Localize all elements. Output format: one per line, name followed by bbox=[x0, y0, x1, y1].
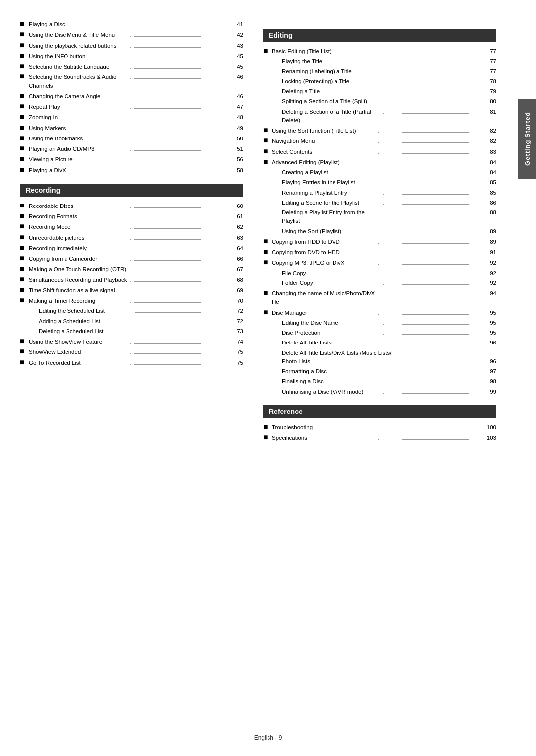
toc-page-number: 82 bbox=[484, 137, 496, 145]
toc-page-number: 72 bbox=[231, 317, 243, 326]
bullet-icon: ■ bbox=[20, 155, 27, 163]
toc-entry-text: Finalising a Disc bbox=[282, 377, 381, 386]
toc-dots bbox=[130, 98, 229, 98]
toc-entry-text: Editing the Disc Name bbox=[282, 319, 381, 327]
list-item: Editing the Scheduled List72 bbox=[20, 307, 243, 315]
toc-entry-text: Recording Formats bbox=[29, 212, 128, 221]
toc-page-number: 72 bbox=[231, 307, 243, 315]
toc-dots bbox=[378, 164, 482, 164]
toc-dots bbox=[383, 174, 482, 174]
toc-dots bbox=[130, 119, 229, 119]
bullet-icon: ■ bbox=[20, 358, 27, 366]
toc-dots bbox=[383, 324, 482, 325]
list-item: ■Unrecordable pictures63 bbox=[20, 233, 243, 242]
right-column: Editing ■Basic Editing (Title List)77Pla… bbox=[258, 20, 496, 726]
toc-page-number: 85 bbox=[484, 189, 496, 197]
toc-page-number: 88 bbox=[484, 208, 496, 217]
toc-dots bbox=[383, 233, 482, 233]
toc-page-number: 68 bbox=[231, 276, 243, 284]
bullet-icon: ■ bbox=[20, 337, 27, 345]
toc-dots bbox=[130, 26, 229, 26]
toc-entry-text: Disc Manager bbox=[272, 309, 376, 317]
toc-entry-text: Time Shift function as a live signal bbox=[29, 286, 128, 295]
bullet-icon: ■ bbox=[20, 244, 27, 252]
list-item: ■Using the Bookmarks50 bbox=[20, 134, 243, 143]
toc-dots bbox=[130, 228, 229, 229]
toc-dots bbox=[130, 68, 229, 69]
editing-list: ■Basic Editing (Title List)77Playing the… bbox=[263, 47, 496, 396]
page-footer: English - 9 bbox=[0, 734, 536, 741]
list-item: ■Making a Timer Recording70 bbox=[20, 296, 243, 305]
reference-list: ■Troubleshooting100■Specifications103 bbox=[263, 423, 496, 443]
toc-entry-text: Disc Protection bbox=[282, 329, 381, 337]
toc-page-number: 100 bbox=[484, 423, 496, 432]
list-item: ■Copying MP3, JPEG or DivX92 bbox=[263, 258, 496, 267]
toc-entry-text: Deleting a Scheduled List bbox=[39, 327, 133, 336]
toc-dots bbox=[130, 36, 229, 37]
toc-dots bbox=[135, 312, 229, 313]
list-item: Delete All Title Lists96 bbox=[263, 339, 496, 347]
toc-page-number: 47 bbox=[231, 103, 243, 111]
toc-dots bbox=[378, 439, 482, 440]
list-item: ■Disc Manager95 bbox=[263, 308, 496, 317]
toc-entry-text: Unrecordable pictures bbox=[29, 234, 128, 242]
toc-entry-text: ShowView Extended bbox=[29, 348, 128, 356]
toc-page-number: 66 bbox=[231, 255, 243, 263]
list-item: Playing Entries in the Playlist85 bbox=[263, 178, 496, 187]
toc-entry-text: Viewing a Picture bbox=[29, 155, 128, 164]
toc-entry-text: Using Markers bbox=[29, 124, 128, 133]
list-item: ■Using the Disc Menu & Title Menu42 bbox=[20, 30, 243, 39]
toc-page-number: 50 bbox=[231, 135, 243, 143]
toc-page-number: 98 bbox=[484, 377, 496, 386]
toc-entry-text: Locking (Protecting) a Title bbox=[282, 77, 381, 86]
toc-page-number: 85 bbox=[484, 178, 496, 187]
toc-page-number: 89 bbox=[484, 238, 496, 246]
toc-entry-text: Select Contents bbox=[272, 148, 376, 156]
bullet-icon: ■ bbox=[20, 92, 27, 100]
recording-section-header: Recording bbox=[20, 184, 243, 197]
editing-section-header: Editing bbox=[263, 29, 496, 42]
toc-dots bbox=[130, 47, 229, 48]
toc-page-number: 80 bbox=[484, 97, 496, 106]
toc-page-number: 45 bbox=[231, 63, 243, 71]
toc-entry-text: Navigation Menu bbox=[272, 137, 376, 145]
list-item: Delete All Title Lists/DivX Lists /Music… bbox=[263, 349, 496, 366]
toc-dots bbox=[130, 250, 229, 250]
toc-dots bbox=[383, 334, 482, 335]
toc-entry-text: Using the ShowView Feature bbox=[29, 338, 128, 346]
list-item: Adding a Scheduled List72 bbox=[20, 317, 243, 326]
toc-page-number: 96 bbox=[484, 357, 496, 366]
toc-page-number: 79 bbox=[484, 87, 496, 96]
bullet-icon: ■ bbox=[20, 144, 27, 152]
list-item: Unfinalising a Disc (V/VR mode)99 bbox=[263, 388, 496, 396]
toc-page-number: 75 bbox=[231, 348, 243, 356]
list-item: Finalising a Disc98 bbox=[263, 377, 496, 386]
toc-entry-text: Deleting a Title bbox=[282, 87, 381, 96]
toc-page-number: 63 bbox=[231, 234, 243, 242]
bullet-icon: ■ bbox=[20, 222, 27, 230]
toc-dots bbox=[135, 323, 229, 323]
toc-entry-text: Selecting the Soundtracks & Audio Channe… bbox=[29, 73, 128, 90]
toc-entry-text: Deleting a Section of a Title (Partial D… bbox=[282, 108, 381, 125]
bullet-icon: ■ bbox=[20, 233, 27, 241]
list-item: ■Repeat Play47 bbox=[20, 102, 243, 111]
bullet-icon: ■ bbox=[263, 248, 270, 256]
toc-entry-text: Folder Copy bbox=[282, 279, 381, 287]
bullet-icon: ■ bbox=[263, 147, 270, 155]
toc-entry-text: Editing a Scene for the Playlist bbox=[282, 199, 381, 207]
toc-page-number: 81 bbox=[484, 108, 496, 116]
toc-entry-text: Simultaneous Recording and Playback bbox=[29, 276, 128, 284]
toc-dots bbox=[383, 344, 482, 344]
toc-dots bbox=[383, 275, 482, 275]
list-item: ■Using the playback related buttons43 bbox=[20, 41, 243, 50]
list-item: ■Selecting the Soundtracks & Audio Chann… bbox=[20, 72, 243, 90]
toc-page-number: 62 bbox=[231, 223, 243, 231]
bullet-icon: ■ bbox=[20, 265, 27, 273]
toc-page-number: 92 bbox=[484, 269, 496, 277]
list-item: ■Navigation Menu82 bbox=[263, 137, 496, 145]
list-item: ■Troubleshooting100 bbox=[263, 423, 496, 432]
toc-page-number: 97 bbox=[484, 367, 496, 376]
toc-entry-text: Splitting a Section of a Title (Split) bbox=[282, 97, 381, 106]
list-item: ■Using the Sort function (Title List)82 bbox=[263, 126, 496, 135]
toc-entry-text: Renaming (Labeling) a Title bbox=[282, 68, 381, 76]
